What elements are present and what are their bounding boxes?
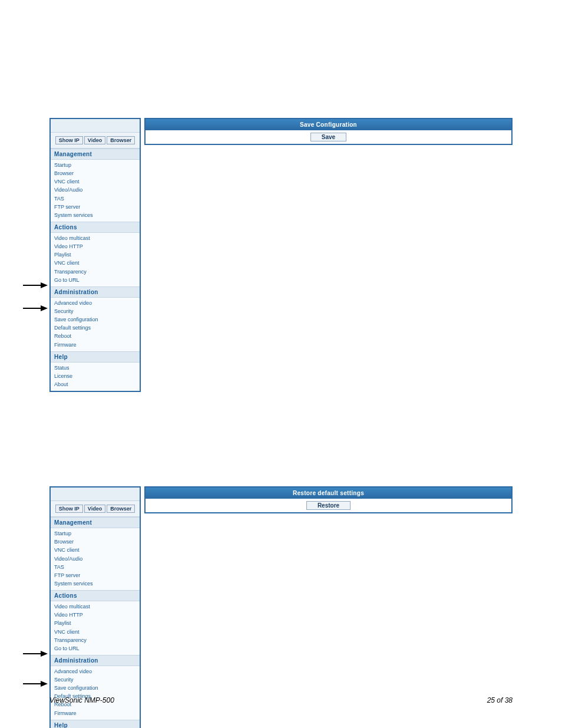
link-save-configuration[interactable]: Save configuration [51,315,140,324]
management-links: Startup Browser VNC client Video/Audio T… [51,160,140,222]
link-browser[interactable]: Browser [51,169,140,177]
restore-button[interactable]: Restore [306,501,351,510]
panel-action-bar: Save [144,130,513,145]
link-status[interactable]: Status [51,364,140,372]
link-video-audio[interactable]: Video/Audio [51,186,140,194]
section-header-management: Management [51,149,140,160]
document-page: Show IP Video Browser Management Startup… [0,0,562,728]
link-video-multicast[interactable]: Video multicast [51,234,140,242]
link-advanced-video[interactable]: Advanced video [51,667,140,676]
section-header-actions: Actions [51,590,140,601]
link-ftp-server[interactable]: FTP server [51,571,140,579]
panel-title: Restore default settings [144,486,513,499]
link-transparency[interactable]: Transparency [51,636,140,644]
link-system-services[interactable]: System services [51,579,140,588]
panel-title: Save Configuration [144,118,513,130]
section-header-management: Management [51,517,140,528]
link-playlist[interactable]: Playlist [51,619,140,627]
administration-links: Advanced video Security Save configurati… [51,666,140,720]
svg-marker-1 [41,282,48,288]
svg-marker-7 [41,681,48,687]
footer-product: ViewSonic NMP-500 [49,696,114,704]
link-go-to-url[interactable]: Go to URL [51,644,140,653]
link-system-services[interactable]: System services [51,211,140,219]
save-button[interactable]: Save [310,133,346,141]
save-config-figure: Show IP Video Browser Management Startup… [49,118,513,392]
management-links: Startup Browser VNC client Video/Audio T… [51,528,140,590]
link-ftp-server[interactable]: FTP server [51,203,140,211]
footer-page-number: 25 of 38 [487,696,513,704]
section-header-help: Help [51,351,140,363]
link-tas[interactable]: TAS [51,195,140,203]
svg-marker-5 [41,651,48,657]
link-transparency[interactable]: Transparency [51,268,140,276]
main-panel: Restore default settings Restore [144,486,513,513]
page-footer: ViewSonic NMP-500 25 of 38 [49,696,513,704]
restore-defaults-figure: Show IP Video Browser Management Startup… [49,486,513,728]
show-ip-button[interactable]: Show IP [55,505,83,513]
arrow-icon [23,650,48,657]
help-links: Status License About [51,363,140,391]
link-security[interactable]: Security [51,307,140,315]
show-ip-button[interactable]: Show IP [55,136,83,144]
link-video-http[interactable]: Video HTTP [51,242,140,251]
link-reboot[interactable]: Reboot [51,332,140,340]
section-header-actions: Actions [51,222,140,233]
link-default-settings[interactable]: Default settings [51,324,140,332]
link-go-to-url[interactable]: Go to URL [51,276,140,284]
browser-button[interactable]: Browser [107,505,135,513]
video-button[interactable]: Video [84,505,105,513]
sidebar: Show IP Video Browser Management Startup… [49,486,141,728]
link-license[interactable]: License [51,372,140,380]
svg-marker-3 [41,305,48,311]
link-startup[interactable]: Startup [51,161,140,169]
link-video-audio[interactable]: Video/Audio [51,555,140,563]
link-save-configuration[interactable]: Save configuration [51,684,140,692]
arrow-icon [23,305,48,312]
link-tas[interactable]: TAS [51,563,140,571]
actions-links: Video multicast Video HTTP Playlist VNC … [51,233,140,286]
section-header-administration: Administration [51,286,140,298]
sidebar-button-row: Show IP Video Browser [51,501,140,517]
browser-button[interactable]: Browser [107,136,135,144]
sidebar-top-spacer [51,487,140,501]
link-vnc-client-action[interactable]: VNC client [51,628,140,636]
link-security[interactable]: Security [51,676,140,684]
link-video-http[interactable]: Video HTTP [51,611,140,619]
section-header-help: Help [51,720,140,728]
panel-action-bar: Restore [144,499,513,513]
actions-links: Video multicast Video HTTP Playlist VNC … [51,601,140,655]
link-about[interactable]: About [51,380,140,388]
link-vnc-client[interactable]: VNC client [51,177,140,186]
sidebar-button-row: Show IP Video Browser [51,133,140,149]
link-video-multicast[interactable]: Video multicast [51,602,140,611]
arrow-icon [23,282,48,289]
link-firmware[interactable]: Firmware [51,341,140,349]
link-playlist[interactable]: Playlist [51,251,140,259]
link-advanced-video[interactable]: Advanced video [51,299,140,307]
sidebar-top-spacer [51,119,140,133]
link-startup[interactable]: Startup [51,529,140,538]
link-vnc-client-action[interactable]: VNC client [51,259,140,267]
link-vnc-client[interactable]: VNC client [51,546,140,554]
main-panel: Save Configuration Save [144,118,513,145]
link-browser[interactable]: Browser [51,538,140,546]
link-firmware[interactable]: Firmware [51,709,140,717]
sidebar: Show IP Video Browser Management Startup… [49,118,141,392]
section-header-administration: Administration [51,655,140,666]
arrow-icon [23,680,48,687]
video-button[interactable]: Video [84,136,105,144]
administration-links: Advanced video Security Save configurati… [51,298,140,351]
